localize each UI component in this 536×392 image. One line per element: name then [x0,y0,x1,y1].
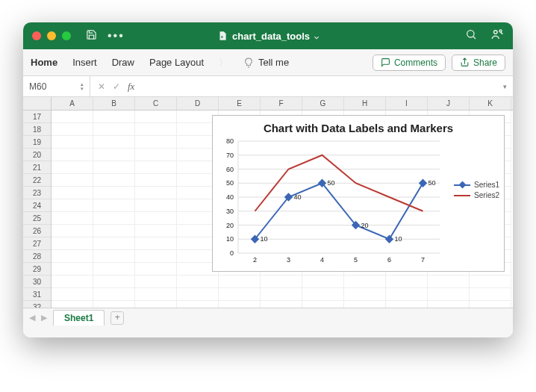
column-header[interactable]: F [261,97,302,110]
column-header[interactable]: D [177,97,219,110]
close-window-button[interactable] [32,31,41,40]
cell[interactable] [52,111,93,123]
share-people-icon[interactable] [490,28,504,44]
cell[interactable] [52,199,93,212]
cell[interactable] [428,288,470,301]
cell[interactable] [135,149,177,161]
column-header[interactable]: I [386,97,428,110]
row-header[interactable]: 19 [23,136,51,149]
cell[interactable] [261,276,302,288]
column-header[interactable]: H [344,97,386,110]
cell[interactable] [302,276,344,288]
cell[interactable] [261,288,302,301]
zoom-window-button[interactable] [62,31,71,40]
cell[interactable] [93,123,135,136]
cell[interactable] [93,111,135,123]
cell[interactable] [470,301,511,308]
share-button[interactable]: Share [452,55,505,71]
column-header[interactable]: C [135,97,177,110]
cell[interactable] [52,187,93,199]
cell[interactable] [302,288,344,301]
cell[interactable] [52,123,93,136]
cancel-icon[interactable]: ✕ [98,81,105,92]
cell[interactable] [261,301,302,308]
sheet-tab[interactable]: Sheet1 [53,310,105,326]
cell[interactable] [135,161,177,174]
row-header[interactable]: 27 [23,237,51,250]
row-header[interactable]: 26 [23,225,51,237]
namebox-stepper-icon[interactable]: ▴▾ [81,82,84,91]
cell[interactable] [93,237,135,250]
cell[interactable] [52,237,93,250]
embedded-chart[interactable]: Chart with Data Labels and Markers 01020… [212,115,505,272]
cell[interactable] [135,250,177,263]
cell[interactable] [135,187,177,199]
column-header[interactable]: J [428,97,470,110]
row-header[interactable]: 24 [23,199,51,212]
cell[interactable] [52,174,93,187]
cell[interactable] [52,263,93,276]
cell[interactable] [93,212,135,225]
tab-page-layout[interactable]: Page Layout [149,57,204,68]
cell[interactable] [470,288,511,301]
sheet-nav-prev[interactable]: ◀ [29,313,35,323]
cell[interactable] [135,199,177,212]
cell[interactable] [93,136,135,149]
cell[interactable] [135,212,177,225]
cell[interactable] [93,199,135,212]
cell[interactable] [135,301,177,308]
cell[interactable] [93,250,135,263]
cell[interactable] [135,237,177,250]
row-header[interactable]: 31 [23,288,51,301]
cell[interactable] [428,301,470,308]
cell[interactable] [302,301,344,308]
cell[interactable] [52,250,93,263]
cell[interactable] [52,136,93,149]
cell[interactable] [93,174,135,187]
minimize-window-button[interactable] [47,31,56,40]
row-header[interactable]: 23 [23,187,51,199]
cell[interactable] [177,301,219,308]
cell[interactable] [52,212,93,225]
cell[interactable] [135,111,177,123]
row-header[interactable]: 21 [23,161,51,174]
row-header[interactable]: 29 [23,263,51,276]
cell[interactable] [135,276,177,288]
tab-insert[interactable]: Insert [72,57,97,68]
fx-icon[interactable]: fx [128,81,134,93]
cell[interactable] [428,276,470,288]
tab-home[interactable]: Home [31,57,57,68]
save-icon[interactable] [86,29,97,43]
column-header[interactable]: A [52,97,93,110]
select-all-corner[interactable] [23,97,51,111]
formula-input[interactable] [142,76,497,96]
row-header[interactable]: 28 [23,250,51,263]
cell[interactable] [219,276,261,288]
cell[interactable] [52,149,93,161]
cell[interactable] [52,225,93,237]
cell[interactable] [52,301,93,308]
cell[interactable] [219,288,261,301]
cell[interactable] [52,161,93,174]
cell[interactable] [344,301,386,308]
cell[interactable] [52,288,93,301]
cell[interactable] [135,136,177,149]
cell[interactable] [93,149,135,161]
row-header[interactable]: 32 [23,301,51,308]
cell[interactable] [386,288,428,301]
row-header[interactable]: 30 [23,276,51,288]
sheet-nav-next[interactable]: ▶ [41,313,47,323]
row-header[interactable]: 17 [23,111,51,123]
row-header[interactable]: 18 [23,123,51,136]
column-header[interactable]: K [470,97,511,110]
cell[interactable] [135,263,177,276]
comments-button[interactable]: Comments [373,55,446,71]
cell[interactable] [52,276,93,288]
cell[interactable] [93,161,135,174]
cell[interactable] [135,225,177,237]
cell[interactable] [177,288,219,301]
name-box[interactable]: M60 ▴▾ [23,76,90,96]
cell[interactable] [344,288,386,301]
formula-expand-icon[interactable]: ▾ [497,83,513,90]
search-icon[interactable] [465,28,477,43]
